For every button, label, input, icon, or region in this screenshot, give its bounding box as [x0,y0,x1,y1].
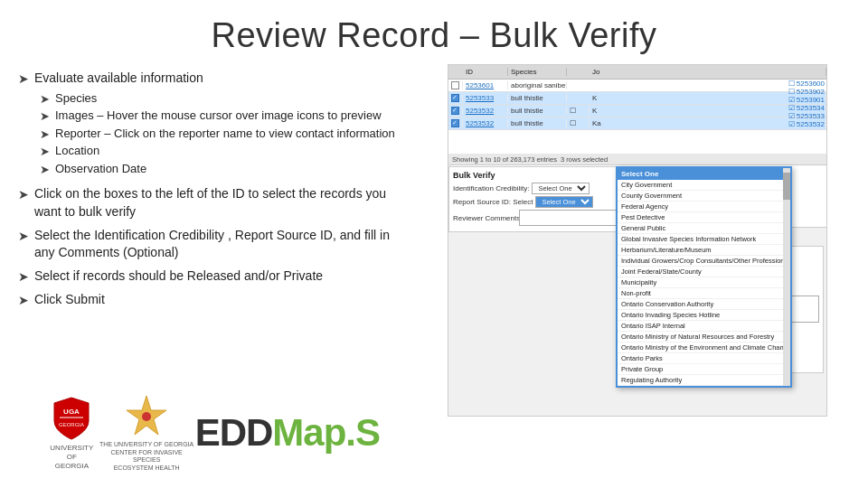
bv-row-report-src: Report Source ID: Select Select One [453,196,625,208]
bv-row-comments: Reviewer Comments: [453,210,625,226]
row4-status: ☐ [567,119,590,127]
row1-id[interactable]: 5253601 [463,81,508,89]
report-src-select[interactable]: Select One [535,196,593,208]
bullet-sub-images: ➤ Images – Hover the mouse cursor over i… [18,108,407,125]
th-species: Species [508,68,567,76]
edd-maps-logo: EDD Map.S [195,411,380,455]
dropdown-scrollbar[interactable] [783,168,790,386]
dropdown-item[interactable]: Pest Detective [618,212,790,223]
bullet-main-submit: ➤ Click Submit [18,291,407,310]
arrow-icon-5: ➤ [18,292,29,310]
row4-checkbox[interactable] [448,119,463,127]
dropdown-item[interactable]: General Public [618,223,790,234]
bullet-evaluate-text: Evaluate available information [34,70,203,88]
row4-id[interactable]: 5253532 [463,119,508,127]
bullet-main-evaluate: ➤ Evaluate available information [18,70,407,89]
row2-id[interactable]: 5253533 [463,94,508,102]
bullet-reporter-text: Reporter – Click on the reporter name to… [55,126,395,142]
row1-species: aboriginal sanibel [508,81,567,89]
dropdown-item[interactable]: Municipality [618,277,790,288]
bullet-sub-species: ➤ Species [18,90,407,108]
slide-container: Review Record – Bulk Verify ➤ Evaluate a… [0,0,868,488]
bulk-verify-form-left: Bulk Verify Identification Credibility: … [448,166,629,232]
bullet-obsdate-text: Observation Date [55,161,146,177]
dropdown-item[interactable]: Ontario Invading Species Hotline [618,310,790,321]
left-column: ➤ Evaluate available information ➤ Speci… [18,64,407,479]
slide-content: ➤ Evaluate available information ➤ Speci… [0,64,868,488]
th-id: ID [463,68,508,76]
dropdown-item[interactable]: Ontario ISAP Internal [618,321,790,332]
svg-text:GEORGIA: GEORGIA [59,422,84,427]
dropdown-item[interactable]: County Government [618,191,790,202]
arrow-icon-sub-3: ➤ [40,127,50,143]
bv-label-report-src: Report Source ID: Select [453,198,533,206]
dropdown-item[interactable]: Global Invasive Species Information Netw… [618,234,790,245]
table-row[interactable]: 5253601 aboriginal sanibel [448,80,826,92]
row3-species: bull thistle [508,107,567,115]
dropdown-item[interactable]: Private Group [618,364,790,375]
table-row[interactable]: 5253533 bull thistle K [448,92,826,105]
dropdown-item[interactable]: Ontario Conservation Authority [618,299,790,310]
bullet-species-text: Species [55,90,97,107]
arrow-icon-2: ➤ [18,186,29,204]
bullet-location-text: Location [55,143,99,159]
screenshot-wrapper: ID Species Jo 5253601 aboriginal sanibel [448,64,827,417]
dropdown-item[interactable]: Joint Federal/State/County [618,267,790,277]
dropdown-item[interactable]: Non-profit [618,288,790,299]
scrollbar-thumb[interactable] [783,173,790,200]
bullet-images-text: Images – Hover the mouse cursor over ima… [55,108,382,124]
arrow-icon-sub-1: ➤ [40,91,50,108]
bullet-sub-reporter: ➤ Reporter – Click on the reporter name … [18,126,407,143]
row3-checkbox[interactable] [448,107,463,115]
bullet-released-text: Select if records should be Released and… [34,267,323,286]
bv-row-id-cred: Identification Credibility: Select One P… [453,183,625,194]
bullet-main-released: ➤ Select if records should be Released a… [18,267,407,286]
arrow-icon-sub-5: ➤ [40,162,50,178]
bullet-main-click: ➤ Click on the boxes to the left of the … [18,185,407,221]
uga-logo: UGA GEORGIA UNIVERSITY OF GEORGIA [45,396,99,470]
info-text: Showing 1 to 10 of 263,173 entries 3 row… [452,155,608,164]
dropdown-item[interactable]: Ontario Parks [618,353,790,364]
table-row[interactable]: 5253532 bull thistle ☐ K [448,105,826,117]
table-header: ID Species Jo [448,65,826,80]
row2-checkbox[interactable] [448,94,463,102]
center-text: THE UNIVERSITY OF GEORGIA CENTER FOR INV… [99,441,195,472]
bullet-select-cred-text: Select the Identification Credibility , … [34,227,407,262]
id-cred-select[interactable]: Select One Possible Credible [532,183,590,194]
bv-label-id-cred: Identification Credibility: [453,184,529,192]
screenshot-bg: ID Species Jo 5253601 aboriginal sanibel [448,64,827,417]
row3-status: ☐ [567,107,590,115]
dropdown-item[interactable]: Herbarium/Literature/Museum [618,245,790,256]
arrow-icon-1: ➤ [18,70,29,89]
table-row[interactable]: 5253532 bull thistle ☐ Ka [448,117,826,130]
bullet-main-select-cred: ➤ Select the Identification Credibility … [18,227,407,262]
bullet-sub-location: ➤ Location [18,143,407,160]
dropdown-item[interactable]: Ontario Ministry of the Environment and … [618,343,790,353]
svg-point-3 [142,412,151,421]
row3-id[interactable]: 5253532 [463,107,508,115]
arrow-icon-3: ➤ [18,228,29,246]
bullet-sub-obsdate: ➤ Observation Date [18,161,407,178]
dropdown-overlay[interactable]: Select One City Government County Govern… [616,166,792,388]
arrow-icon-4: ➤ [18,268,29,286]
info-bar: Showing 1 to 10 of 263,173 entries 3 row… [448,154,826,165]
svg-text:UGA: UGA [63,408,80,416]
logos-bar: UGA GEORGIA UNIVERSITY OF GEORGIA [18,385,407,479]
arrow-icon-sub-2: ➤ [40,108,50,125]
dropdown-item[interactable]: Individual Growers/Crop Consultants/Othe… [618,256,790,267]
row1-checkbox[interactable] [448,81,463,89]
center-logo-icon [124,394,169,439]
dropdown-item[interactable]: Federal Agency [618,202,790,212]
uga-shield-icon: UGA GEORGIA [52,396,90,441]
maps-text: Map.S [272,411,380,455]
dropdown-title: Select One [618,168,790,180]
bv-title-left: Bulk Verify [453,171,625,180]
bullet-submit-text: Click Submit [34,291,105,309]
bullet-click-text: Click on the boxes to the left of the ID… [34,185,407,221]
dropdown-item[interactable]: City Government [618,180,790,191]
dropdown-item[interactable]: Regulating Authority [618,375,790,386]
comments-textarea[interactable] [519,210,625,226]
dropdown-item[interactable]: Ontario Ministry of Natural Resources an… [618,332,790,343]
center-logo: THE UNIVERSITY OF GEORGIA CENTER FOR INV… [99,394,195,472]
bullet-group-1: ➤ Evaluate available information ➤ Speci… [18,70,407,178]
